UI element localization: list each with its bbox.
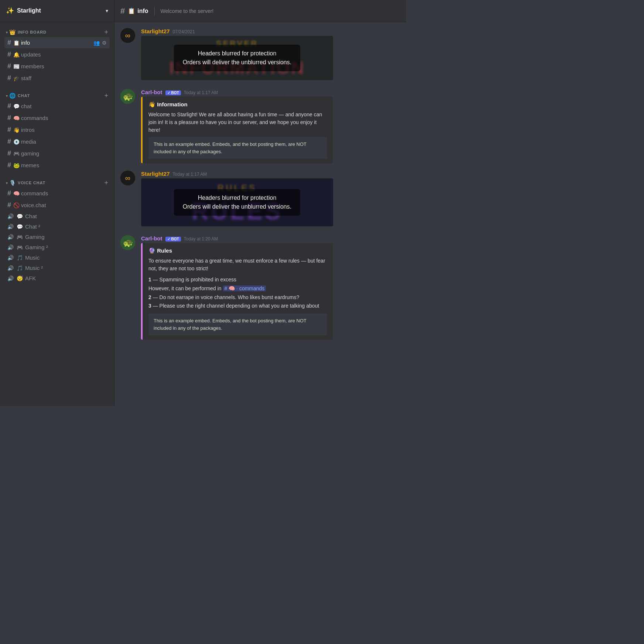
channel-item-commands[interactable]: # 🧠 commands: [4, 112, 110, 124]
volume-icon: 🔊: [7, 213, 14, 219]
channel-label: commands: [21, 115, 107, 121]
rule-3: 3 — Please use the right channel dependi…: [148, 302, 327, 311]
voice-channel-gaming2[interactable]: 🔊 🎮 Gaming ²: [4, 242, 110, 252]
voice-emoji: 💬: [17, 224, 23, 230]
voice-channel-music2[interactable]: 🔊 🎵 Music ²: [4, 263, 110, 273]
channel-emoji: 📋: [13, 40, 20, 46]
chevron-down-icon[interactable]: ▾: [106, 8, 108, 14]
hash-icon: #: [7, 51, 11, 58]
server-header[interactable]: ✨ Starlight ▾: [0, 0, 114, 22]
voice-channel-chat2[interactable]: 🔊 💬 Chat ²: [4, 222, 110, 232]
svg-text:∞: ∞: [125, 174, 130, 182]
blurred-notice-rules: Headers blurred for protection Orders wi…: [174, 189, 300, 216]
add-channel-button[interactable]: +: [104, 29, 108, 35]
voice-channel-music[interactable]: 🔊 🎵 Music: [4, 253, 110, 263]
embed-rules-title: 🔮 Rules: [148, 247, 327, 254]
blurred-image-info: SERVER INFORMATION Headers blurred for p…: [141, 36, 333, 80]
message-timestamp: Today at 1:17 AM: [173, 172, 207, 177]
channel-emoji: 🧠: [13, 191, 20, 196]
channel-item-info[interactable]: # 📋 info 👥 ⚙: [4, 37, 110, 48]
message-group-3: ∞ Starlight27 Today at 1:17 AM RULES RUL…: [120, 171, 400, 228]
voice-channel-chat[interactable]: 🔊 💬 Chat: [4, 211, 110, 221]
blurred-notice: Headers blurred for protection Orders wi…: [174, 45, 300, 71]
svg-text:∞: ∞: [125, 31, 130, 40]
voice-channel-gaming[interactable]: 🔊 🎮 Gaming: [4, 232, 110, 242]
message-header-4: Carl-bot ✓ BOT Today at 1:20 AM: [141, 235, 400, 242]
channel-item-voice-commands[interactable]: # 🧠 commands: [4, 188, 110, 199]
message-content-1: Starlight27 07/24/2021 SERVER INFORMATIO…: [141, 28, 400, 82]
category-icon-voice: 🎙️: [9, 180, 16, 186]
channel-label: chat: [21, 103, 107, 109]
channel-item-chat[interactable]: # 💬 chat: [4, 100, 110, 112]
volume-icon: 🔊: [7, 265, 14, 271]
embed-rules: 🔮 Rules To ensure everyone has a great t…: [141, 243, 333, 340]
channel-label: media: [21, 138, 107, 145]
message-author: Starlight27: [141, 171, 170, 177]
channel-emoji: 🎮: [13, 151, 20, 157]
category-icon-info-board: 👑: [9, 29, 16, 35]
category-icon-chat: 🌐: [9, 93, 16, 99]
blurred-image-rules: RULES RULES Headers blurred for protecti…: [141, 178, 333, 226]
message-author: Carl-bot: [141, 89, 162, 95]
blurred-line2: Orders will deliver the unblurred versio…: [183, 202, 291, 211]
category-header-voice-chat[interactable]: ▾ 🎙️ VOICE CHAT +: [3, 179, 111, 186]
channel-emoji: 🐸: [13, 162, 20, 168]
message-group-2: 🐢 Carl-bot ✓ BOT Today at 1:17 AM 👋 Info…: [120, 89, 400, 163]
voice-emoji: 🎮: [17, 234, 23, 240]
embed-rules-inner: This is an example embed. Embeds, and th…: [148, 314, 327, 335]
channel-item-intros[interactable]: # 👋 intros: [4, 124, 110, 136]
category-header-chat[interactable]: ▾ 🌐 CHAT +: [3, 92, 111, 99]
message-timestamp: Today at 1:17 AM: [184, 90, 218, 95]
category-header-info-board[interactable]: ▾ 👑 INFO BOARD +: [3, 29, 111, 35]
avatar-carlbot-1: 🐢: [120, 89, 135, 104]
message-author: Carl-bot: [141, 235, 162, 242]
channel-hash-icon: #: [120, 6, 125, 16]
members-icon[interactable]: 👥: [93, 40, 100, 46]
channel-mention-commands[interactable]: # 🧠 · commands: [223, 285, 266, 291]
volume-icon: 🔊: [7, 234, 14, 240]
voice-channel-afk[interactable]: 🔊 😴 AFK: [4, 273, 110, 283]
channel-emoji: 💬: [13, 103, 20, 109]
volume-icon: 🔊: [7, 244, 14, 250]
channel-label: info: [21, 40, 93, 46]
checkmark-icon: ✓: [167, 91, 170, 95]
chevron-icon: ▾: [6, 94, 8, 98]
channel-item-staff[interactable]: # 🎓 staff: [4, 72, 110, 84]
avatar-carlbot-2: 🐢: [120, 235, 135, 250]
chevron-icon: ▾: [6, 181, 8, 185]
add-channel-button[interactable]: +: [104, 179, 108, 186]
settings-icon[interactable]: ⚙: [102, 40, 107, 46]
category-label-chat: CHAT: [18, 93, 104, 98]
channel-item-media[interactable]: # 💿 media: [4, 136, 110, 147]
hash-icon: #: [7, 201, 11, 209]
channel-label: AFK: [25, 275, 107, 281]
channel-label: commands: [21, 190, 107, 196]
message-group-1: ∞ Starlight27 07/24/2021 SERVER INFORMAT…: [120, 28, 400, 82]
embed-rules-desc: To ensure everyone has a great time, we …: [148, 257, 327, 273]
channel-emoji: 👋: [13, 127, 20, 133]
voice-emoji: 🎮: [17, 244, 23, 250]
channel-emoji: 🎓: [13, 75, 20, 81]
channel-item-memes[interactable]: # 🐸 memes: [4, 160, 110, 171]
channel-label: gaming: [21, 150, 107, 157]
channel-header: # 📋 info Welcome to the server!: [114, 0, 406, 22]
rule-2: 2 — Do not earrape in voice channels. Wh…: [148, 293, 327, 302]
blurred-line1: Headers blurred for protection: [183, 193, 291, 202]
message-author: Starlight27: [141, 28, 170, 34]
category-info-board: ▾ 👑 INFO BOARD + # 📋 info 👥 ⚙ # 🔔 update…: [0, 22, 114, 86]
add-channel-button[interactable]: +: [104, 92, 108, 99]
channel-emoji: 🧠: [13, 115, 20, 121]
channel-label: Chat: [25, 213, 107, 219]
channel-item-members[interactable]: # 📰 members: [4, 61, 110, 72]
channel-item-gaming[interactable]: # 🎮 gaming: [4, 148, 110, 159]
message-timestamp: Today at 1:20 AM: [184, 236, 218, 242]
header-divider: [154, 7, 155, 16]
channel-item-voice-chat-text[interactable]: # 🚫 voice.chat: [4, 199, 110, 211]
channel-label: Music: [25, 254, 107, 261]
embed-information: 👋 Information Welcome to Starlight! We a…: [141, 97, 333, 163]
channel-item-updates[interactable]: # 🔔 updates: [4, 49, 110, 60]
volume-icon: 🔊: [7, 255, 14, 261]
channel-label: Chat ²: [25, 223, 107, 230]
bot-badge: ✓ BOT: [165, 90, 181, 95]
server-name: Starlight: [17, 7, 106, 14]
